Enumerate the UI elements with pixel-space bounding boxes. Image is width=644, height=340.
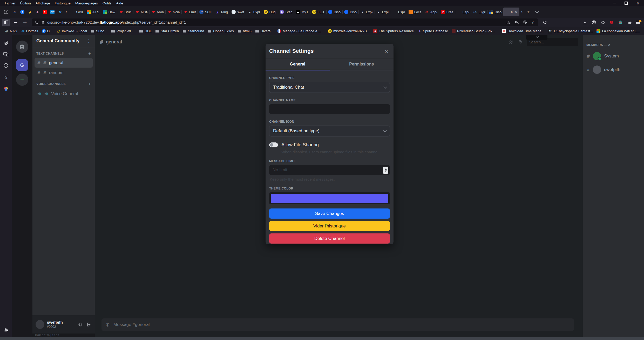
message-input[interactable]: ⊕ Message #general bbox=[101, 318, 574, 331]
browser-tab[interactable]: Hawai bbox=[101, 8, 117, 16]
extension-icon[interactable] bbox=[601, 20, 605, 25]
bookmark-item[interactable]: Starbound bbox=[181, 28, 206, 34]
list-all-tabs-icon[interactable] bbox=[532, 10, 541, 14]
browser-tab[interactable]: ♥ Emie0 bbox=[181, 8, 198, 16]
account-icon[interactable] bbox=[592, 20, 596, 25]
cloud-extension-icon[interactable] bbox=[627, 21, 632, 24]
pinned-tab[interactable]: ▶ bbox=[41, 8, 49, 16]
ublock-origin-icon[interactable] bbox=[609, 20, 614, 25]
browser-tab[interactable]: SL Appar bbox=[423, 8, 439, 16]
browser-tab[interactable]: ♥ niciara bbox=[165, 8, 181, 16]
downloads-icon[interactable] bbox=[583, 20, 587, 25]
add-server-button[interactable]: + bbox=[16, 74, 28, 86]
maximize-icon[interactable] bbox=[620, 0, 632, 6]
bookmark-item[interactable]: ◎ InvokeAI - Local bbox=[55, 28, 89, 34]
close-window-icon[interactable]: × bbox=[632, 0, 644, 6]
theme-color-input[interactable] bbox=[269, 192, 390, 204]
bookmark-item[interactable]: EF L'Encyclopédie Fantast... bbox=[546, 28, 595, 34]
bookmark-item[interactable]: ▦ Download Time Mana... bbox=[500, 28, 546, 34]
tab-general[interactable]: General bbox=[266, 58, 330, 70]
pinned-tab[interactable]: DSM bbox=[49, 8, 56, 16]
sidebar-toggle-icon[interactable] bbox=[2, 19, 10, 26]
member-row[interactable]: # swefpifh bbox=[586, 66, 640, 74]
browser-tab[interactable]: ▴ Explor bbox=[375, 8, 391, 16]
number-spinner[interactable] bbox=[383, 167, 388, 174]
bookmark-star-icon[interactable]: ☆ bbox=[532, 20, 535, 25]
back-icon[interactable]: ← bbox=[11, 19, 20, 26]
channel-item[interactable]: # # random bbox=[35, 68, 93, 77]
url-bar[interactable]: discord-like-php-chat-7262.dev.flatlogic… bbox=[32, 18, 538, 26]
forward-icon[interactable]: → bbox=[21, 19, 29, 26]
bookmark-item[interactable]: Projet WH bbox=[109, 28, 134, 34]
browser-tab[interactable]: Locati bbox=[407, 8, 423, 16]
modal-close-icon[interactable]: × bbox=[383, 48, 390, 54]
bookmark-item[interactable]: Conan Exiles bbox=[206, 28, 236, 34]
robot-extension-icon[interactable] bbox=[618, 20, 623, 25]
modal-action-button[interactable]: Vider l'historique bbox=[269, 221, 390, 231]
menu-item[interactable]: Aide bbox=[114, 1, 125, 5]
menu-item[interactable]: Historique bbox=[52, 1, 73, 5]
pinned-tab[interactable]: f bbox=[18, 8, 26, 16]
menu-item[interactable]: Marque-pages bbox=[73, 1, 100, 5]
bookmark-item[interactable]: ☺ mistralai/Mixtral-8x7B... bbox=[326, 28, 371, 34]
add-text-channel-icon[interactable]: + bbox=[88, 51, 91, 56]
browser-tab[interactable]: Espace clie bbox=[391, 8, 407, 16]
tab-close-icon[interactable]: × bbox=[515, 10, 518, 14]
browser-tab[interactable]: adn Eligibi bbox=[471, 8, 487, 16]
header-popout-notch[interactable] bbox=[526, 35, 547, 40]
browser-tab[interactable]: t will bbox=[69, 8, 85, 16]
refresh-icon[interactable] bbox=[541, 19, 549, 26]
palette-extension-icon[interactable] bbox=[3, 86, 9, 91]
browser-tab[interactable]: S Stable bbox=[278, 8, 294, 16]
save-page-icon[interactable] bbox=[506, 20, 510, 24]
channel-type-select[interactable]: Traditional Chat bbox=[269, 82, 390, 93]
translate-icon[interactable] bbox=[514, 20, 519, 24]
lock-icon[interactable] bbox=[41, 21, 45, 24]
channel-icon-select[interactable]: Default (Based on type) bbox=[269, 126, 390, 136]
add-voice-channel-icon[interactable]: + bbox=[88, 82, 91, 86]
modal-action-button[interactable]: Save Changes bbox=[269, 208, 390, 219]
bookmark-item[interactable]: f D bbox=[40, 28, 52, 34]
file-sharing-toggle[interactable] bbox=[269, 142, 278, 147]
bookmark-item[interactable]: S The Spriters Resource bbox=[371, 28, 416, 34]
bookmark-item[interactable]: Suno bbox=[89, 28, 106, 34]
server-icon-general-community[interactable]: G bbox=[16, 59, 28, 71]
user-settings-gear-icon[interactable] bbox=[78, 322, 83, 327]
browser-tab[interactable]: All Siz bbox=[85, 8, 101, 16]
bookmarks-star-sidebar-icon[interactable]: ☆ bbox=[4, 74, 8, 80]
tracking-shield-icon[interactable] bbox=[35, 20, 39, 24]
server-menu-icon[interactable]: ⋮ bbox=[87, 38, 91, 43]
scroll-tabs-left-icon[interactable]: ‹ bbox=[64, 9, 69, 15]
modal-action-button[interactable]: Delete Channel bbox=[269, 233, 390, 244]
bookmark-item[interactable]: Star Citizen bbox=[153, 28, 181, 34]
bookmark-item[interactable]: ♞ Sprite Database bbox=[416, 28, 450, 34]
server-header[interactable]: General Community ⋮ bbox=[32, 35, 95, 47]
scroll-tabs-right-icon[interactable]: › bbox=[519, 9, 525, 15]
bookmark-item[interactable]: html5 bbox=[236, 28, 253, 34]
menu-item[interactable]: Fichier bbox=[3, 1, 18, 5]
channel-item[interactable]: # # general bbox=[35, 58, 93, 68]
tab-permissions[interactable]: Permissions bbox=[330, 58, 394, 70]
browser-tab[interactable]: Espace ab bbox=[455, 8, 471, 16]
bookmark-item[interactable]: ✉ Hotmail bbox=[19, 28, 40, 34]
members-toggle-icon[interactable] bbox=[509, 40, 514, 44]
menu-item[interactable]: Outils bbox=[100, 1, 114, 5]
browser-tab[interactable]: ▴ Explor bbox=[358, 8, 375, 16]
browser-tab[interactable]: P SCI RE bbox=[198, 8, 214, 16]
pinned-tab[interactable]: ⊕ bbox=[11, 8, 18, 16]
browser-tab[interactable]: ♥ Aromy bbox=[149, 8, 165, 16]
message-limit-input[interactable]: No limit bbox=[269, 165, 390, 175]
browser-tab[interactable]: ▲ Plugin bbox=[214, 8, 230, 16]
discord-home-button[interactable] bbox=[16, 41, 28, 53]
browser-tab[interactable]: swefpi bbox=[230, 8, 246, 16]
new-tab-button[interactable]: + bbox=[524, 9, 532, 15]
history-clock-icon[interactable] bbox=[3, 63, 9, 68]
minimize-icon[interactable] bbox=[608, 0, 620, 6]
firefox-view-icon[interactable] bbox=[2, 8, 10, 16]
browser-tab[interactable]: #gener × bbox=[503, 8, 519, 16]
bookmark-item[interactable]: ⊕ NAS bbox=[3, 28, 19, 34]
translate-page-icon[interactable] bbox=[523, 20, 527, 24]
user-avatar[interactable] bbox=[36, 320, 44, 329]
browser-tab[interactable]: ☺ FLUX.2 bbox=[310, 8, 326, 16]
browser-tab[interactable]: ☺ Huggi bbox=[262, 8, 278, 16]
